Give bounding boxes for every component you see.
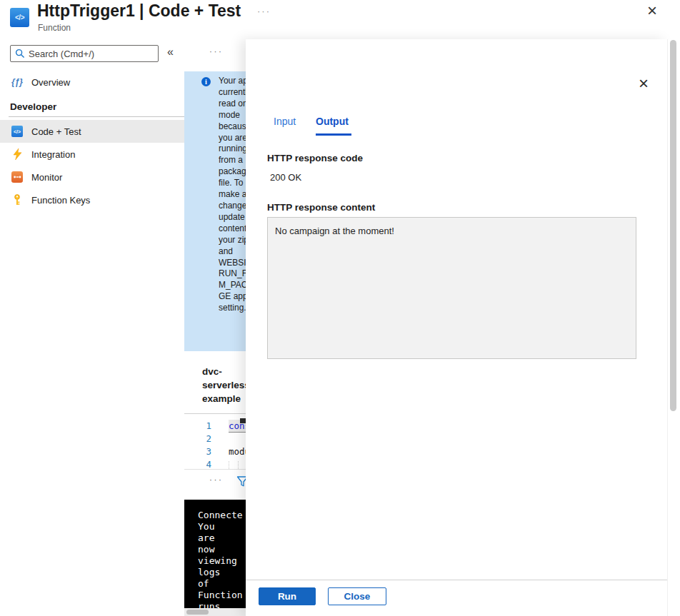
sidebar-search[interactable] <box>10 45 159 62</box>
lightning-icon <box>11 148 23 160</box>
sidebar-collapse-button[interactable]: « <box>167 46 174 59</box>
page-title: HttpTrigger1 | Code + Test <box>37 1 241 21</box>
sidebar-item-function-keys[interactable]: Function Keys <box>0 188 184 211</box>
sidebar-item-label: Integration <box>31 149 75 160</box>
code-test-icon: </> <box>11 126 23 137</box>
overview-icon: {ƒ} <box>11 77 23 87</box>
sidebar-item-label: Function Keys <box>31 195 90 206</box>
sidebar-item-label: Code + Test <box>31 126 81 137</box>
tab-input[interactable]: Input <box>274 116 296 127</box>
response-content-label: HTTP response content <box>267 202 375 213</box>
sidebar-item-label: Monitor <box>31 172 62 183</box>
test-output-panel: × Input Output HTTP response code 200 OK… <box>246 39 667 616</box>
line-number: 1 <box>184 420 211 433</box>
indent-guides <box>229 461 239 469</box>
content-toolbar-more-icon[interactable]: ··· <box>209 46 224 56</box>
page-subtitle: Function <box>38 23 71 33</box>
code-token: modu <box>211 445 250 458</box>
search-input[interactable] <box>29 49 154 59</box>
response-content-box[interactable]: No campaign at the moment! <box>267 217 636 359</box>
function-code-icon: </> <box>10 8 29 27</box>
sidebar-item-integration[interactable]: Integration <box>0 143 184 166</box>
search-icon <box>15 49 25 59</box>
key-icon <box>11 194 23 206</box>
sidebar-item-monitor[interactable]: Monitor <box>0 166 184 188</box>
monitor-icon <box>11 171 23 183</box>
sidebar-item-label: Overview <box>31 77 70 88</box>
blade-close-icon[interactable]: × <box>647 1 657 20</box>
tab-output[interactable]: Output <box>316 116 349 127</box>
line-number: 3 <box>184 445 211 458</box>
info-icon: i <box>201 77 211 86</box>
sidebar-section-developer: Developer <box>10 101 56 112</box>
run-button[interactable]: Run <box>259 587 316 605</box>
active-tab-underline <box>316 133 351 136</box>
sidebar-item-overview[interactable]: {ƒ} Overview <box>0 71 184 94</box>
function-app-name: dvc-serverless example <box>202 365 250 405</box>
sidebar-divider <box>9 116 184 117</box>
console-hscrollbar-thumb[interactable] <box>186 610 209 615</box>
response-code-label: HTTP response code <box>267 153 363 163</box>
logs-more-icon[interactable]: ··· <box>209 475 224 485</box>
close-button[interactable]: Close <box>328 587 386 605</box>
line-number: 2 <box>184 433 211 445</box>
header-more-icon[interactable]: ··· <box>257 6 271 16</box>
panel-scrollbar-thumb[interactable] <box>670 40 676 411</box>
panel-close-icon[interactable]: × <box>639 75 649 92</box>
response-code-value: 200 OK <box>270 172 301 183</box>
footer-divider <box>246 580 667 580</box>
sidebar-item-code-test[interactable]: </> Code + Test <box>0 120 184 143</box>
